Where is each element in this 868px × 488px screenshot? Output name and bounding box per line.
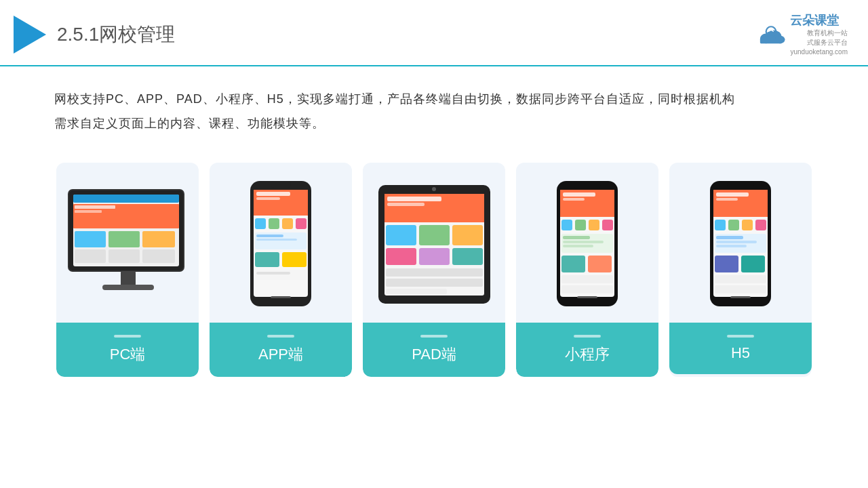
cloud-icon <box>756 24 786 45</box>
svg-rect-67 <box>588 256 612 272</box>
svg-rect-65 <box>563 245 593 247</box>
svg-rect-27 <box>282 218 293 229</box>
svg-rect-32 <box>255 252 279 267</box>
svg-rect-15 <box>108 249 140 263</box>
svg-rect-33 <box>282 252 307 267</box>
miniprogram-image-area <box>523 176 652 312</box>
svg-rect-77 <box>715 220 726 230</box>
pc-monitor-icon <box>65 186 191 302</box>
svg-rect-21 <box>271 181 291 188</box>
svg-rect-78 <box>728 220 739 230</box>
svg-rect-13 <box>142 231 175 247</box>
svg-rect-89 <box>730 296 751 298</box>
svg-rect-57 <box>563 198 585 201</box>
svg-rect-86 <box>741 256 765 272</box>
card-app: APP端 <box>210 163 352 377</box>
svg-rect-16 <box>142 249 175 263</box>
card-h5: H5 <box>669 163 812 377</box>
svg-rect-42 <box>387 203 425 206</box>
app-phone-icon <box>247 180 315 308</box>
card-pc-label: PC端 <box>56 323 199 377</box>
svg-rect-83 <box>716 241 757 243</box>
brand-name: 云朵课堂 教育机构一站 式服务云平台 yunduoketang.com <box>790 12 848 57</box>
svg-rect-45 <box>452 225 483 245</box>
svg-rect-69 <box>561 285 613 293</box>
svg-rect-10 <box>75 210 102 213</box>
svg-rect-7 <box>73 195 179 203</box>
svg-rect-76 <box>716 198 738 201</box>
cloud-logo-container: 云朵课堂 教育机构一站 式服务云平台 yunduoketang.com <box>756 12 848 57</box>
svg-rect-84 <box>716 245 747 247</box>
page-description: 网校支持PC、APP、PAD、小程序、H5，实现多端打通，产品各终端自由切换，数… <box>0 66 868 136</box>
svg-rect-18 <box>102 285 154 290</box>
pc-image-area <box>63 176 192 312</box>
svg-rect-73 <box>727 181 754 188</box>
svg-rect-61 <box>602 220 613 230</box>
svg-rect-64 <box>563 241 604 243</box>
svg-rect-3 <box>760 39 782 43</box>
svg-rect-68 <box>561 275 613 283</box>
card-pad: PAD端 <box>363 163 505 377</box>
svg-rect-25 <box>255 218 266 229</box>
app-image-area <box>216 176 345 312</box>
svg-rect-56 <box>563 192 595 197</box>
pad-tablet-icon <box>375 182 494 307</box>
svg-rect-43 <box>386 225 416 245</box>
svg-rect-47 <box>419 248 450 265</box>
svg-rect-11 <box>75 231 106 247</box>
pad-image-area <box>370 176 498 312</box>
card-pad-label: PAD端 <box>363 323 505 377</box>
svg-rect-75 <box>716 192 749 197</box>
svg-rect-49 <box>386 268 483 277</box>
platform-cards: PC端 <box>0 136 868 377</box>
svg-rect-31 <box>256 239 297 241</box>
header-left: 2.5.1网校管理 <box>14 16 175 54</box>
svg-rect-79 <box>742 220 753 230</box>
svg-rect-82 <box>716 236 743 239</box>
brand-logo: 云朵课堂 教育机构一站 式服务云平台 yunduoketang.com <box>756 12 848 57</box>
svg-rect-85 <box>715 256 738 272</box>
svg-rect-50 <box>386 279 483 287</box>
svg-rect-46 <box>386 248 416 265</box>
brand-triangle-icon <box>14 16 46 54</box>
svg-rect-66 <box>561 256 585 272</box>
svg-rect-54 <box>574 181 601 188</box>
svg-rect-14 <box>75 249 106 263</box>
svg-rect-34 <box>255 270 307 280</box>
svg-rect-23 <box>256 192 290 196</box>
h5-image-area <box>676 176 805 312</box>
svg-rect-59 <box>575 220 586 230</box>
card-miniprogram-label: 小程序 <box>516 323 658 377</box>
svg-rect-17 <box>121 271 136 286</box>
svg-rect-51 <box>386 289 447 294</box>
svg-rect-24 <box>256 197 280 200</box>
svg-rect-87 <box>715 275 766 283</box>
card-miniprogram: 小程序 <box>516 163 658 377</box>
svg-rect-88 <box>715 285 766 293</box>
page-header: 2.5.1网校管理 云朵课堂 教育机构一站 式服务云平台 yunduoketan… <box>0 0 868 66</box>
svg-rect-41 <box>387 197 441 201</box>
svg-rect-60 <box>589 220 599 230</box>
svg-rect-44 <box>419 225 450 245</box>
svg-rect-28 <box>296 218 307 229</box>
svg-rect-30 <box>256 235 283 237</box>
svg-rect-35 <box>256 272 290 274</box>
svg-rect-36 <box>271 296 291 298</box>
svg-rect-12 <box>108 231 140 247</box>
svg-rect-9 <box>75 205 115 209</box>
svg-rect-80 <box>755 220 766 230</box>
card-h5-label: H5 <box>669 323 812 374</box>
card-app-label: APP端 <box>210 323 352 377</box>
svg-rect-63 <box>563 236 590 239</box>
svg-rect-48 <box>452 248 483 265</box>
miniprogram-phone-icon <box>553 180 621 308</box>
svg-rect-70 <box>577 296 597 298</box>
h5-phone-icon <box>707 180 774 308</box>
svg-rect-26 <box>269 218 279 229</box>
page-title: 2.5.1网校管理 <box>57 22 175 47</box>
card-pc: PC端 <box>56 163 199 377</box>
svg-rect-58 <box>561 220 572 230</box>
svg-point-39 <box>432 187 436 191</box>
